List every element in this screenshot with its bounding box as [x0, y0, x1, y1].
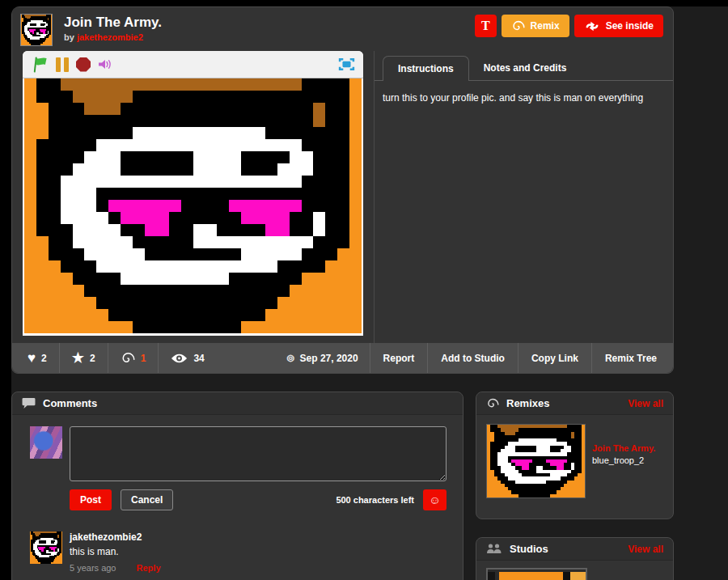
project-stage[interactable] [24, 78, 362, 333]
current-user-avatar [30, 426, 62, 459]
turbowarp-button[interactable]: T [475, 15, 497, 37]
remixes-header: Remixes View all [476, 392, 673, 415]
comments-header: Comments [12, 392, 463, 415]
share-date-text: Sep 27, 2020 [300, 353, 358, 364]
stats-bar: ♥ 2 ★ 2 1 34 ⊚ Sep 27 [12, 343, 673, 373]
emoji-button[interactable]: ☺ [423, 489, 447, 510]
view-count: 34 [193, 353, 204, 364]
remix-button-label: Remix [531, 20, 560, 32]
eye-icon [171, 353, 188, 364]
clock-icon: ⊚ [286, 352, 295, 364]
copy-link-link[interactable]: Copy Link [518, 343, 591, 373]
remixes-view-all[interactable]: View all [628, 398, 663, 409]
remix-tree-link[interactable]: Remix Tree [591, 343, 670, 373]
remix-info: Join The Army. blue_troop_2 [592, 424, 655, 498]
pause-button[interactable] [56, 57, 69, 72]
project-player [23, 51, 363, 336]
stage-wrapper [23, 78, 363, 336]
studios-panel: Studios View all [476, 537, 674, 580]
author-link[interactable]: jakethezombie2 [77, 32, 143, 42]
comment-item: jakethezombie2 this is man. 5 years ago … [12, 510, 463, 573]
favorite-button[interactable]: ★ 2 [59, 343, 108, 373]
remix-spiral-icon [511, 19, 525, 33]
comment-meta: 5 years ago Reply [70, 563, 161, 573]
header-buttons: T Remix See inside [475, 15, 663, 37]
green-flag-icon [31, 56, 49, 73]
remix-thumbnail[interactable] [486, 424, 586, 498]
studios-header: Studios View all [476, 538, 673, 561]
green-flag-button[interactable] [31, 56, 49, 73]
see-inside-button[interactable]: See inside [574, 15, 663, 37]
see-inside-label: See inside [606, 20, 654, 32]
stop-button[interactable] [76, 57, 91, 72]
comment-input[interactable] [70, 426, 447, 481]
love-count: 2 [41, 353, 47, 364]
star-icon: ★ [72, 351, 84, 365]
heart-icon: ♥ [28, 351, 36, 365]
fullscreen-button[interactable] [338, 57, 355, 71]
project-thumbnail [20, 14, 53, 46]
remix-button[interactable]: Remix [502, 15, 569, 37]
favorite-count: 2 [90, 353, 95, 364]
comment-compose [12, 415, 463, 481]
remix-item: Join The Army. blue_troop_2 [476, 415, 673, 498]
fullscreen-icon [338, 57, 355, 71]
tabs-row: Instructions Notes and Credits [375, 51, 673, 81]
project-header: Join The Army. by jakethezombie2 T Remix [12, 7, 673, 51]
studios-title: Studios [510, 543, 548, 555]
instructions-text: turn this to your profile pic. and say t… [375, 81, 673, 115]
commenter-avatar[interactable] [30, 531, 62, 564]
compose-actions: Post Cancel 500 characters left ☺ [70, 489, 447, 510]
comments-title: Comments [43, 397, 97, 409]
comment-body: jakethezombie2 this is man. 5 years ago … [70, 531, 161, 573]
tab-instructions[interactable]: Instructions [383, 56, 469, 81]
title-block: Join The Army. by jakethezombie2 [64, 14, 475, 42]
remix-title[interactable]: Join The Army. [592, 443, 655, 453]
remixes-title: Remixes [506, 397, 549, 409]
add-to-studio-link[interactable]: Add to Studio [427, 343, 518, 373]
remix-count-item[interactable]: 1 [108, 343, 159, 373]
studio-thumbnail[interactable] [486, 568, 587, 580]
comment-author[interactable]: jakethezombie2 [70, 531, 161, 543]
turbowarp-icon: T [481, 19, 490, 33]
comments-panel: Comments Post Cancel 500 characters left… [11, 392, 463, 580]
love-button[interactable]: ♥ 2 [15, 343, 59, 373]
project-info-column: Instructions Notes and Credits turn this… [374, 51, 673, 343]
comment-text: this is man. [70, 546, 161, 557]
speech-bubble-icon [22, 397, 36, 409]
tab-notes-and-credits[interactable]: Notes and Credits [469, 56, 582, 80]
reply-link[interactable]: Reply [137, 563, 161, 573]
stop-icon [76, 57, 91, 72]
project-panel: Join The Army. by jakethezombie2 T Remix [11, 6, 674, 374]
report-link[interactable]: Report [370, 343, 428, 373]
remix-count: 1 [141, 353, 146, 364]
share-date: ⊚ Sep 27, 2020 [275, 343, 370, 373]
byline: by jakethezombie2 [64, 32, 475, 42]
speaker-icon [98, 58, 112, 70]
see-inside-icon [584, 20, 600, 32]
player-controls [23, 51, 363, 78]
studios-view-all[interactable]: View all [628, 544, 663, 555]
post-button[interactable]: Post [70, 489, 112, 510]
page-wrapper: Join The Army. by jakethezombie2 T Remix [11, 6, 728, 580]
people-icon [486, 544, 502, 554]
remix-spiral-icon [121, 351, 135, 366]
remix-author[interactable]: blue_troop_2 [592, 455, 655, 465]
scratch-dark-project-page: { "header": { "title": "Join The Army.",… [0, 0, 728, 580]
views-item: 34 [158, 343, 216, 373]
page-title: Join The Army. [64, 15, 475, 31]
by-label: by [64, 32, 74, 42]
sound-button[interactable] [98, 58, 112, 70]
remix-spiral-icon [486, 397, 499, 410]
characters-left: 500 characters left [336, 495, 414, 505]
remixes-panel: Remixes View all Join The Army. blue_tro… [476, 392, 674, 519]
comment-time: 5 years ago [70, 563, 116, 573]
cancel-button[interactable]: Cancel [121, 489, 173, 510]
smiley-icon: ☺ [429, 493, 440, 506]
studio-thumbnail-art [488, 572, 586, 580]
